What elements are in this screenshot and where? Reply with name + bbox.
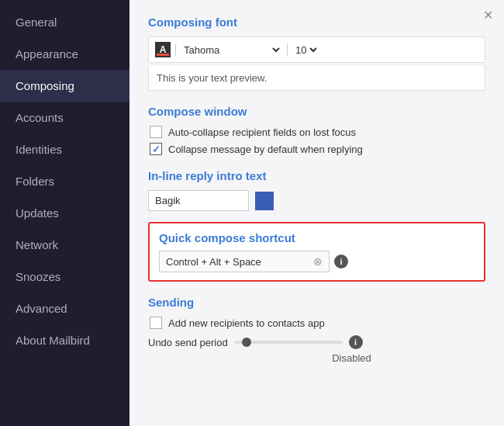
slider-thumb xyxy=(242,338,251,347)
shortcut-title: Quick compose shortcut xyxy=(159,231,475,244)
sidebar-item-general[interactable]: General xyxy=(0,6,129,38)
shortcut-clear-icon[interactable]: ⊗ xyxy=(313,255,323,268)
shortcut-input-box[interactable]: Control + Alt + Space ⊗ xyxy=(159,251,330,272)
checkbox-1[interactable] xyxy=(150,126,162,138)
divider2 xyxy=(287,43,288,56)
info-icon[interactable]: i xyxy=(334,255,348,268)
shortcut-input-row: Control + Alt + Space ⊗ i xyxy=(159,251,475,272)
checkmark-icon: ✓ xyxy=(152,144,161,155)
sending-section: Sending Add new recipients to contacts a… xyxy=(148,296,485,364)
sidebar-item-accounts[interactable]: Accounts xyxy=(0,102,129,133)
sidebar-item-about[interactable]: About Mailbird xyxy=(0,324,129,356)
composing-font-section: Composing font Tahoma Arial Times New Ro… xyxy=(148,16,485,91)
compose-window-title: Compose window xyxy=(148,105,485,118)
sidebar: General Appearance Composing Accounts Id… xyxy=(0,0,129,426)
undo-info-icon[interactable]: i xyxy=(349,335,363,349)
font-size-select[interactable]: 10 12 14 xyxy=(292,43,319,57)
composing-font-title: Composing font xyxy=(148,16,485,29)
content-panel: ✕ Composing font Tahoma Arial Times New … xyxy=(129,0,504,426)
shortcut-value: Control + Alt + Space xyxy=(166,256,261,268)
font-name-select[interactable]: Tahoma Arial Times New Roman xyxy=(181,43,282,57)
undo-row: Undo send period i xyxy=(148,335,485,349)
divider xyxy=(175,43,176,56)
sidebar-item-appearance[interactable]: Appearance xyxy=(0,38,129,70)
close-button[interactable]: ✕ xyxy=(483,9,493,22)
sidebar-item-identities[interactable]: Identities xyxy=(0,133,129,165)
checkbox-row-1[interactable]: Auto-collapse recipient fields on lost f… xyxy=(148,126,485,138)
sidebar-item-composing[interactable]: Composing xyxy=(0,70,129,102)
undo-disabled-label: Disabled xyxy=(218,352,485,364)
sidebar-item-advanced[interactable]: Advanced xyxy=(0,293,129,324)
undo-slider[interactable] xyxy=(234,341,343,344)
inline-reply-section: In-line reply intro text xyxy=(148,169,485,211)
sidebar-item-network[interactable]: Network xyxy=(0,229,129,261)
settings-window: General Appearance Composing Accounts Id… xyxy=(0,0,504,426)
checkbox-2-label: Collapse message by default when replyin… xyxy=(168,144,363,155)
font-color-icon[interactable] xyxy=(155,42,171,57)
text-preview: This is your text preview. xyxy=(148,66,485,91)
inline-reply-title: In-line reply intro text xyxy=(148,169,485,182)
inline-reply-input[interactable] xyxy=(148,190,249,211)
checkbox-1-label: Auto-collapse recipient fields on lost f… xyxy=(168,126,356,138)
font-row: Tahoma Arial Times New Roman 10 12 14 xyxy=(148,36,485,63)
undo-label: Undo send period xyxy=(148,337,228,348)
compose-window-section: Compose window Auto-collapse recipient f… xyxy=(148,105,485,155)
color-swatch[interactable] xyxy=(255,192,274,210)
sidebar-item-updates[interactable]: Updates xyxy=(0,197,129,229)
checkbox-row-2[interactable]: ✓ Collapse message by default when reply… xyxy=(148,143,485,155)
sidebar-item-folders[interactable]: Folders xyxy=(0,165,129,197)
inline-reply-row xyxy=(148,190,485,211)
checkbox-2[interactable]: ✓ xyxy=(150,143,162,155)
sidebar-item-snoozes[interactable]: Snoozes xyxy=(0,261,129,293)
sending-title: Sending xyxy=(148,296,485,309)
sending-checkbox[interactable] xyxy=(150,317,162,329)
sending-checkbox-row[interactable]: Add new recipients to contacts app xyxy=(148,317,485,329)
sending-checkbox-label: Add new recipients to contacts app xyxy=(168,317,325,329)
shortcut-section: Quick compose shortcut Control + Alt + S… xyxy=(148,222,485,282)
